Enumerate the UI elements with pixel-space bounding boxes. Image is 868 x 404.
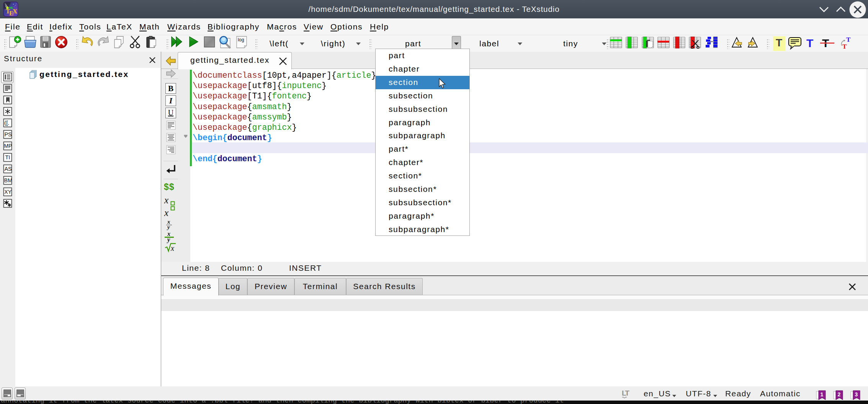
svg-text:T: T (842, 43, 847, 50)
svg-text:log: log (238, 37, 244, 43)
svg-text:x: x (170, 244, 174, 252)
svg-text:3: 3 (855, 391, 858, 397)
svg-text:T: T (846, 37, 851, 43)
svg-text:LT: LT (622, 389, 629, 397)
svg-text:BM: BM (4, 177, 12, 183)
svg-text:2: 2 (838, 391, 841, 397)
svg-text:XY: XY (4, 189, 11, 195)
svg-text:PS: PS (4, 131, 11, 137)
svg-text:1: 1 (821, 391, 824, 397)
svg-text:MP: MP (4, 143, 12, 149)
svg-text:TI: TI (5, 154, 10, 160)
svg-text:([.: ([. (4, 119, 9, 126)
svg-text:X: X (13, 8, 18, 15)
svg-text:AS: AS (4, 166, 11, 172)
